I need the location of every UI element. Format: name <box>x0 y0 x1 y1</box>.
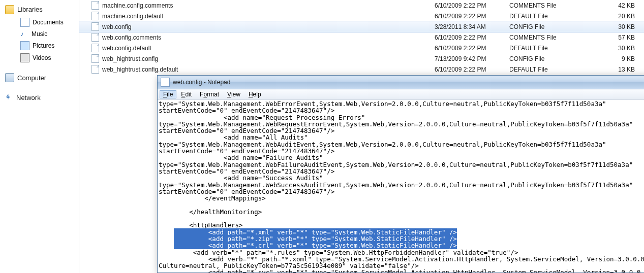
file-date: 7/13/2009 9:42 PM <box>432 53 506 64</box>
file-size: 42 KB <box>591 0 644 11</box>
file-row[interactable]: web.config.comments6/10/2009 2:22 PMCOMM… <box>79 32 644 43</box>
file-type: CONFIG File <box>506 53 591 64</box>
file-date: 6/10/2009 2:22 PM <box>432 32 506 43</box>
file-size: 30 KB <box>591 21 644 32</box>
file-list: machine.config.comments6/10/2009 2:22 PM… <box>79 0 644 75</box>
nav-documents[interactable]: Documents <box>0 16 79 28</box>
file-name: web.config.comments <box>102 34 161 41</box>
network-label: Network <box>16 94 41 101</box>
file-date: 6/10/2009 2:22 PM <box>432 0 506 11</box>
nav-computer[interactable]: Computer <box>0 71 79 84</box>
computer-label: Computer <box>17 74 46 82</box>
notepad-text[interactable]: type="System.Web.Management.WebErrorEven… <box>158 100 644 272</box>
file-icon <box>91 1 99 10</box>
file-row[interactable]: web_hightrust.config.default6/10/2009 2:… <box>79 64 644 75</box>
nav-pictures[interactable]: Pictures <box>0 40 79 52</box>
videos-icon <box>20 53 29 62</box>
window-title: web.config - Notepad <box>173 79 644 86</box>
network-icon: ⚘ <box>5 93 13 101</box>
nav-network[interactable]: ⚘ Network <box>0 91 79 104</box>
nav-label: Documents <box>33 19 64 26</box>
file-size: 13 KB <box>591 64 644 75</box>
file-name: web.config.default <box>102 45 151 52</box>
notepad-window: web.config - Notepad ▁ ▢ ✕ File Edit For… <box>157 75 644 273</box>
menu-format[interactable]: Format <box>196 90 223 98</box>
sidebar: Libraries Documents ♪ Music Pictures Vid… <box>0 0 79 273</box>
file-date: 6/10/2009 2:22 PM <box>432 64 506 75</box>
file-row[interactable]: web.config.default6/10/2009 2:22 PMDEFAU… <box>79 43 644 53</box>
file-type: CONFIG File <box>506 21 591 32</box>
notepad-icon <box>161 78 170 87</box>
file-row[interactable]: machine.config.default6/10/2009 2:22 PMD… <box>79 11 644 21</box>
file-name: machine.config.default <box>102 13 163 20</box>
file-size: 9 KB <box>591 53 644 64</box>
nav-label: Pictures <box>33 42 54 49</box>
file-row[interactable]: web_hightrust.config7/13/2009 9:42 PMCON… <box>79 53 644 64</box>
file-size: 20 KB <box>591 11 644 21</box>
file-type: DEFAULT File <box>506 43 591 53</box>
file-icon <box>91 22 99 31</box>
computer-icon <box>5 73 14 82</box>
nav-libraries[interactable]: Libraries <box>0 2 79 16</box>
libraries-label: Libraries <box>17 6 43 13</box>
explorer-main: machine.config.comments6/10/2009 2:22 PM… <box>79 0 644 273</box>
file-type: DEFAULT File <box>506 64 591 75</box>
pictures-icon <box>20 41 29 50</box>
file-type: COMMENTS File <box>506 32 591 43</box>
nav-label: Music <box>32 30 47 38</box>
menu-help[interactable]: Help <box>245 90 265 98</box>
file-date: 3/28/2011 8:34 AM <box>432 21 506 32</box>
file-icon <box>91 65 99 74</box>
file-name: machine.config.comments <box>102 2 173 9</box>
file-size: 30 KB <box>591 43 644 53</box>
nav-music[interactable]: ♪ Music <box>0 28 79 40</box>
file-row[interactable]: machine.config.comments6/10/2009 2:22 PM… <box>79 0 644 11</box>
nav-videos[interactable]: Videos <box>0 52 79 64</box>
notepad-titlebar[interactable]: web.config - Notepad ▁ ▢ ✕ <box>158 76 644 89</box>
nav-label: Videos <box>33 54 51 61</box>
file-type: COMMENTS File <box>506 0 591 11</box>
menu-view[interactable]: View <box>224 90 244 98</box>
file-icon <box>91 44 99 52</box>
file-name: web_hightrust.config.default <box>102 66 178 73</box>
notepad-menubar: File Edit Format View Help <box>158 89 644 100</box>
file-icon <box>91 12 99 20</box>
menu-edit[interactable]: Edit <box>177 90 195 98</box>
file-date: 6/10/2009 2:22 PM <box>432 11 506 21</box>
file-date: 6/10/2009 2:22 PM <box>432 43 506 53</box>
notepad-body: type="System.Web.Management.WebErrorEven… <box>158 100 644 272</box>
file-type: DEFAULT File <box>506 11 591 21</box>
file-icon <box>91 33 99 42</box>
music-icon: ♪ <box>20 30 28 38</box>
file-row[interactable]: web.config3/28/2011 8:34 AMCONFIG File30… <box>79 21 644 32</box>
menu-file[interactable]: File <box>160 90 176 98</box>
file-size: 57 KB <box>591 32 644 43</box>
file-name: web.config <box>102 23 131 30</box>
libraries-icon <box>5 5 14 14</box>
file-icon <box>91 54 99 63</box>
file-name: web_hightrust.config <box>102 55 158 62</box>
document-icon <box>20 18 29 27</box>
